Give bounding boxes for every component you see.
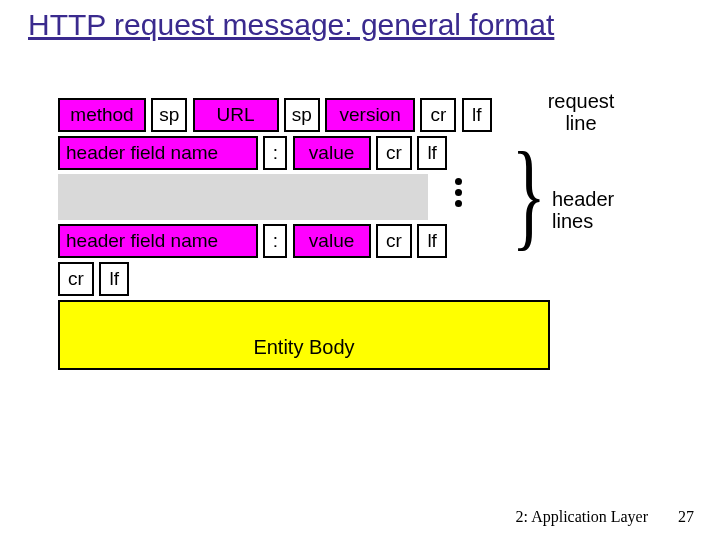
field-lf: lf xyxy=(462,98,492,132)
continuation-strip xyxy=(58,174,428,220)
field-colon: : xyxy=(263,136,287,170)
field-cr: cr xyxy=(376,224,412,258)
brace-icon: } xyxy=(512,140,547,250)
header-repeat-row xyxy=(58,174,550,220)
entity-body-box: Entity Body xyxy=(58,300,550,370)
field-colon: : xyxy=(263,224,287,258)
field-sp: sp xyxy=(284,98,320,132)
field-header-name: header field name xyxy=(58,224,258,258)
field-method: method xyxy=(58,98,146,132)
field-lf: lf xyxy=(417,224,447,258)
footer-chapter: 2: Application Layer xyxy=(516,508,648,526)
field-sp: sp xyxy=(151,98,187,132)
field-header-name: header field name xyxy=(58,136,258,170)
field-value: value xyxy=(293,136,371,170)
field-cr: cr xyxy=(58,262,94,296)
footer-page-number: 27 xyxy=(678,508,694,526)
annotation-request-line: request line xyxy=(536,90,626,134)
field-cr: cr xyxy=(376,136,412,170)
field-lf: lf xyxy=(417,136,447,170)
field-lf: lf xyxy=(99,262,129,296)
annotation-header-lines: header lines xyxy=(552,188,642,232)
field-url: URL xyxy=(193,98,279,132)
header-line-row: header field name : value cr lf xyxy=(58,136,550,170)
field-version: version xyxy=(325,98,415,132)
slide-title: HTTP request message: general format xyxy=(28,8,554,42)
request-line-row: method sp URL sp version cr lf xyxy=(58,98,550,132)
ellipsis-icon xyxy=(428,174,488,220)
field-value: value xyxy=(293,224,371,258)
field-cr: cr xyxy=(420,98,456,132)
header-line-row: header field name : value cr lf xyxy=(58,224,550,258)
http-format-diagram: method sp URL sp version cr lf header fi… xyxy=(58,98,550,370)
blank-line-row: cr lf xyxy=(58,262,550,296)
